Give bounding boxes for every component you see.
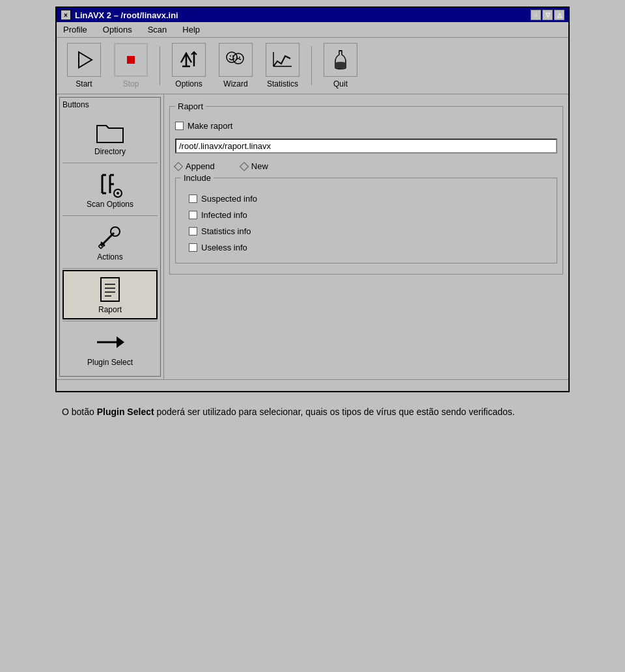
directory-label: Directory	[94, 147, 126, 156]
raport-panel-title: Raport	[175, 101, 206, 111]
title-bar: × LinAVX 2 – /root/linavx.ini ○ ▽ △	[57, 8, 568, 22]
plugin-select-icon	[96, 328, 124, 356]
status-bar	[57, 379, 568, 391]
menu-help[interactable]: Help	[178, 23, 204, 36]
svg-point-20	[117, 192, 119, 195]
suspected-info-checkbox[interactable]	[189, 195, 197, 203]
sidebar-divider-2	[62, 215, 158, 216]
sidebar-item-actions[interactable]: Actions	[62, 217, 158, 267]
append-radio-label[interactable]: Append	[175, 161, 215, 171]
wizard-label: Wizard	[223, 79, 247, 88]
infected-info-row: Infected info	[189, 210, 544, 220]
sidebar-item-plugin-select[interactable]: Plugin Select	[62, 323, 158, 372]
start-button[interactable]: Start	[63, 42, 105, 90]
stop-icon	[114, 43, 148, 77]
raport-label: Raport	[98, 305, 122, 314]
new-text: New	[251, 161, 268, 171]
actions-label: Actions	[97, 252, 122, 262]
append-radio[interactable]	[174, 161, 183, 170]
svg-point-22	[111, 227, 120, 236]
quit-button[interactable]: Quit	[320, 42, 361, 90]
raport-panel: Raport Make raport Append	[169, 106, 563, 275]
useless-info-checkbox[interactable]	[189, 243, 197, 252]
menu-options[interactable]: Options	[99, 23, 136, 36]
useless-info-row: Useless info	[189, 243, 544, 252]
scan-options-label: Scan Options	[87, 200, 133, 209]
infected-info-checkbox[interactable]	[189, 211, 197, 219]
close-button[interactable]: ×	[61, 10, 71, 20]
restore-button[interactable]: ▽	[542, 10, 553, 20]
infected-info-text: Infected info	[201, 210, 247, 220]
actions-icon	[96, 222, 124, 251]
statistics-info-label[interactable]: Statistics info	[189, 226, 251, 236]
buttons-section-label: Buttons	[62, 100, 158, 109]
options-label: Options	[175, 79, 202, 88]
sidebar-item-directory[interactable]: Directory	[62, 112, 158, 161]
start-icon	[67, 43, 101, 77]
bottom-text-area: O botão Plugin Select poderá ser utiliza…	[55, 405, 570, 419]
stop-button[interactable]: Stop	[110, 42, 152, 90]
directory-icon	[96, 117, 124, 146]
sidebar-divider-3	[62, 268, 158, 269]
main-content: Buttons Directory	[57, 94, 568, 379]
sidebar-item-raport[interactable]: Raport	[62, 270, 158, 319]
main-window: × LinAVX 2 – /root/linavx.ini ○ ▽ △ Prof…	[55, 7, 570, 392]
toolbar-divider-2	[311, 46, 312, 85]
sidebar-divider-4	[62, 321, 158, 321]
suspected-info-row: Suspected info	[189, 194, 544, 204]
svg-point-9	[239, 57, 240, 58]
menu-scan[interactable]: Scan	[144, 23, 171, 36]
stop-label: Stop	[123, 79, 139, 88]
statistics-info-checkbox[interactable]	[189, 227, 197, 235]
plugin-select-label: Plugin Select	[87, 358, 133, 367]
options-icon	[172, 43, 206, 77]
svg-rect-25	[101, 278, 119, 301]
maximize-button[interactable]: △	[554, 10, 564, 20]
statistics-icon	[266, 43, 299, 77]
raport-icon	[96, 275, 124, 304]
new-radio[interactable]	[240, 161, 249, 170]
make-raport-text: Make raport	[188, 121, 232, 131]
sidebar: Buttons Directory	[57, 94, 164, 379]
minimize-button[interactable]: ○	[531, 10, 541, 20]
menu-bar: Profile Options Scan Help	[57, 22, 568, 38]
menu-profile[interactable]: Profile	[59, 23, 91, 36]
statistics-info-row: Statistics info	[189, 226, 544, 236]
make-raport-checkbox[interactable]	[175, 122, 184, 130]
quit-label: Quit	[333, 79, 348, 88]
raport-file-path-input[interactable]	[175, 139, 557, 154]
useless-info-text: Useless info	[201, 243, 247, 252]
bottom-text-prefix: O botão	[62, 407, 97, 417]
svg-rect-1	[127, 56, 135, 64]
quit-icon	[324, 43, 357, 77]
toolbar: Start Stop Options	[57, 38, 568, 94]
svg-marker-31	[117, 336, 124, 348]
suspected-info-text: Suspected info	[201, 194, 257, 204]
bottom-text-bold: Plugin Select	[97, 407, 154, 417]
append-new-row: Append New	[175, 161, 557, 171]
statistics-info-text: Statistics info	[201, 226, 251, 236]
start-label: Start	[76, 79, 92, 88]
svg-point-8	[236, 57, 238, 58]
suspected-info-label[interactable]: Suspected info	[189, 194, 257, 204]
options-toolbar-button[interactable]: Options	[168, 42, 210, 90]
include-panel-title: Include	[181, 173, 214, 183]
svg-point-4	[227, 52, 237, 62]
wizard-icon	[219, 43, 253, 77]
new-radio-label[interactable]: New	[241, 161, 268, 171]
infected-info-label[interactable]: Infected info	[189, 210, 247, 220]
buttons-section: Buttons Directory	[59, 97, 161, 377]
svg-point-5	[230, 55, 231, 57]
include-panel: Include Suspected info Infected info	[175, 178, 557, 263]
sidebar-item-scan-options[interactable]: Scan Options	[62, 165, 158, 214]
statistics-label: Statistics	[267, 79, 298, 88]
useless-info-label[interactable]: Useless info	[189, 243, 247, 252]
statistics-button[interactable]: Statistics	[262, 42, 303, 90]
append-text: Append	[186, 161, 215, 171]
make-raport-row: Make raport	[175, 121, 557, 131]
sidebar-divider-1	[62, 163, 158, 163]
right-panel: Raport Make raport Append	[164, 94, 568, 379]
wizard-button[interactable]: Wizard	[215, 42, 257, 90]
make-raport-label[interactable]: Make raport	[175, 121, 232, 131]
window-title: LinAVX 2 – /root/linavx.ini	[75, 10, 178, 20]
